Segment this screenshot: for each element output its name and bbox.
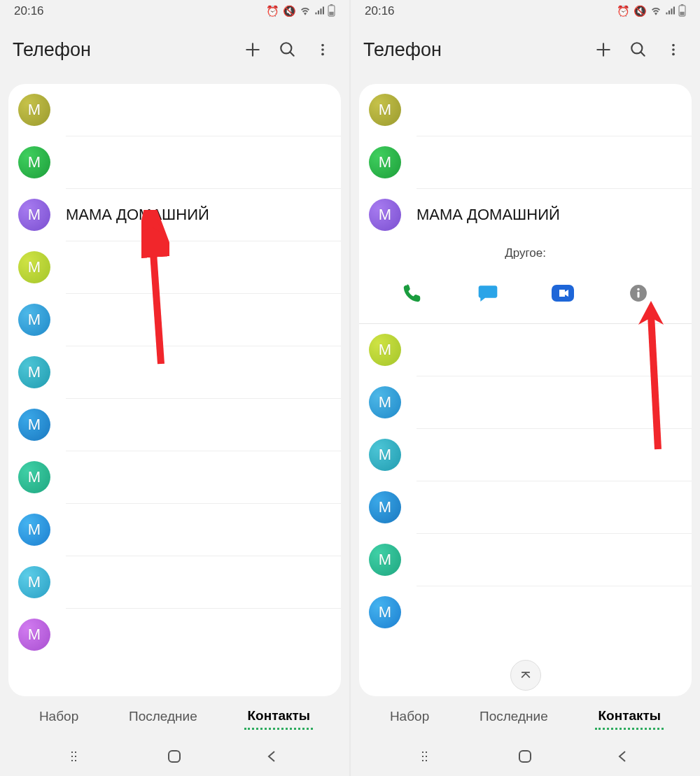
tab-contacts[interactable]: Контакты — [595, 704, 664, 730]
tab-contacts[interactable]: Контакты — [244, 704, 313, 730]
contact-avatar: M — [369, 146, 401, 178]
contacts-list[interactable]: MMMМАМА ДОМАШНИЙДругое:MMMMMM — [359, 84, 692, 696]
contact-row[interactable]: M — [359, 324, 692, 376]
svg-rect-21 — [519, 751, 531, 762]
status-time: 20:16 — [14, 4, 44, 18]
battery-icon — [328, 4, 335, 19]
nav-home[interactable] — [160, 742, 188, 770]
svg-rect-8 — [169, 751, 180, 762]
status-bar: 20:16 ⏰ 🔇 — [351, 0, 700, 22]
more-button[interactable] — [309, 36, 337, 64]
contact-row[interactable]: M — [8, 136, 341, 188]
alarm-icon: ⏰ — [617, 5, 630, 17]
contact-row[interactable]: M — [8, 556, 341, 608]
contact-avatar: M — [18, 304, 50, 336]
status-icons: ⏰ 🔇 — [266, 4, 335, 19]
contact-avatar: M — [18, 461, 50, 493]
contact-row[interactable]: M — [8, 346, 341, 398]
contact-row[interactable]: M — [359, 429, 692, 481]
nav-back[interactable] — [258, 742, 286, 770]
add-button[interactable] — [239, 36, 267, 64]
contact-row[interactable]: M — [8, 84, 341, 136]
contact-row[interactable]: M — [359, 376, 692, 428]
contact-avatar: M — [369, 334, 401, 366]
contacts-list[interactable]: MMMМАМА ДОМАШНИЙMMMMMMMM — [8, 84, 341, 696]
contact-row[interactable]: M — [8, 504, 341, 556]
svg-point-15 — [672, 53, 675, 56]
contact-name: МАМА ДОМАШНИЙ — [66, 206, 209, 224]
svg-rect-11 — [680, 11, 684, 15]
add-button[interactable] — [589, 36, 617, 64]
contact-avatar: M — [369, 439, 401, 471]
contact-row[interactable]: M — [359, 586, 692, 638]
info-button[interactable] — [622, 277, 654, 309]
contact-number-type: Другое: — [359, 246, 692, 260]
alarm-icon: ⏰ — [266, 5, 279, 17]
contact-row[interactable]: MМАМА ДОМАШНИЙ — [8, 189, 341, 241]
contact-avatar: M — [18, 356, 50, 388]
contact-row[interactable]: M — [359, 481, 692, 533]
svg-rect-19 — [638, 292, 640, 298]
status-icons: ⏰ 🔇 — [617, 4, 686, 19]
status-time: 20:16 — [365, 4, 395, 18]
svg-point-5 — [321, 48, 324, 51]
status-bar: 20:16 ⏰ 🔇 — [0, 0, 349, 22]
contact-row[interactable]: M — [359, 136, 692, 188]
mute-icon: 🔇 — [634, 5, 647, 17]
contact-row[interactable]: M — [8, 294, 341, 346]
svg-point-14 — [672, 48, 675, 51]
nav-home[interactable] — [511, 742, 539, 770]
svg-point-6 — [321, 53, 324, 56]
scroll-top-button[interactable] — [510, 660, 541, 691]
contact-avatar: M — [18, 146, 50, 178]
contact-actions — [359, 277, 692, 309]
battery-icon — [678, 4, 686, 19]
tab-recent[interactable]: Последние — [126, 705, 200, 728]
nav-recents[interactable] — [63, 742, 91, 770]
contact-row[interactable]: M — [8, 241, 341, 293]
search-button[interactable] — [274, 36, 302, 64]
svg-rect-2 — [329, 11, 333, 15]
call-button[interactable] — [396, 277, 428, 309]
signal-icon — [314, 6, 324, 17]
tab-keypad[interactable]: Набор — [36, 705, 81, 728]
wifi-icon — [300, 6, 311, 17]
contact-row[interactable]: M — [8, 399, 341, 451]
contact-row[interactable]: M — [359, 84, 692, 136]
app-bar: Телефон — [351, 22, 700, 77]
more-button[interactable] — [659, 36, 687, 64]
signal-icon — [665, 6, 675, 17]
search-button[interactable] — [624, 36, 652, 64]
mute-icon: 🔇 — [283, 5, 296, 17]
bottom-tabs: Набор Последние Контакты — [0, 696, 349, 737]
nav-recents[interactable] — [414, 742, 442, 770]
contact-row[interactable]: MМАМА ДОМАШНИЙ — [359, 189, 692, 241]
contact-avatar: M — [369, 544, 401, 576]
tab-keypad[interactable]: Набор — [387, 705, 432, 728]
app-bar: Телефон — [0, 22, 349, 77]
contact-row[interactable]: M — [359, 534, 692, 586]
system-nav — [0, 737, 349, 776]
contact-avatar: M — [18, 566, 50, 598]
contact-row[interactable]: M — [8, 451, 341, 503]
message-button[interactable] — [472, 277, 504, 309]
video-call-button[interactable] — [547, 277, 579, 309]
contact-avatar: M — [18, 251, 50, 283]
contact-name: МАМА ДОМАШНИЙ — [416, 206, 560, 224]
contact-row[interactable]: M — [8, 609, 341, 661]
app-title: Телефон — [13, 39, 232, 61]
svg-rect-1 — [330, 4, 333, 6]
tab-recent[interactable]: Последние — [477, 705, 551, 728]
contact-avatar: M — [369, 199, 401, 231]
svg-point-13 — [672, 44, 675, 47]
nav-back[interactable] — [609, 742, 637, 770]
system-nav — [351, 737, 700, 776]
svg-point-18 — [637, 288, 639, 290]
svg-rect-10 — [681, 4, 684, 6]
svg-point-4 — [321, 44, 324, 47]
app-title: Телефон — [363, 39, 582, 61]
contact-avatar: M — [369, 491, 401, 523]
contact-avatar: M — [369, 386, 401, 418]
contact-avatar: M — [369, 94, 401, 126]
contact-expanded-panel: Другое: — [359, 241, 692, 323]
